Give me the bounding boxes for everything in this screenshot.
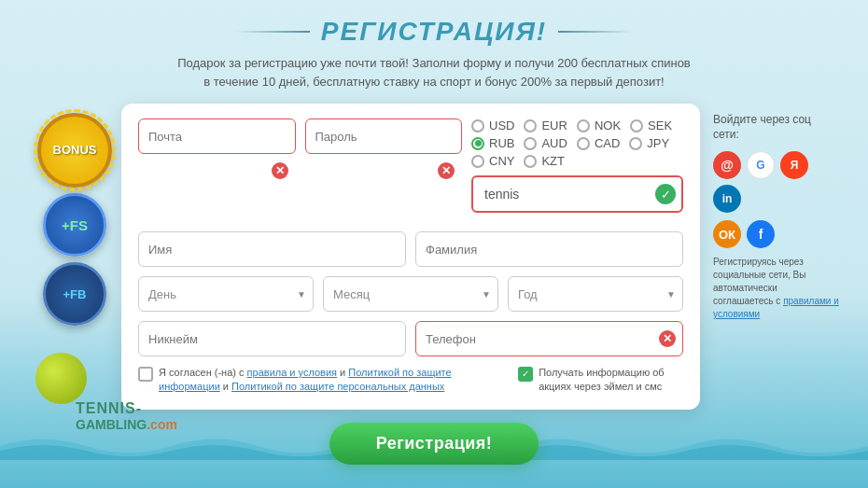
currency-kzt[interactable]: KZT: [524, 154, 565, 168]
firstname-input[interactable]: [138, 231, 406, 267]
register-btn-wrap: Регистрация!: [329, 423, 539, 483]
social-ok-icon[interactable]: ОК: [713, 220, 741, 248]
currency-jpy[interactable]: JPY: [629, 136, 669, 150]
currency-rub[interactable]: RUB: [471, 136, 514, 150]
password-wrap: ✕: [305, 119, 463, 222]
social-icons-row: @ G Я in: [713, 151, 840, 213]
social-note: Регистрируясь через социальные сети, Вы …: [713, 256, 840, 321]
nickname-wrap: [138, 321, 406, 356]
phone-input[interactable]: [415, 321, 683, 356]
social-login-title: Войдите через соц сети:: [713, 113, 840, 142]
subtitle-text: Подарок за регистрацию уже почти твой! З…: [177, 54, 691, 91]
month-wrap: Месяц ▼: [323, 276, 498, 312]
right-sidebar: Войдите через соц сети: @ G Я in ОК f Ре…: [700, 104, 840, 410]
year-select[interactable]: Год: [508, 276, 683, 312]
currency-eur[interactable]: EUR: [524, 119, 567, 132]
radio-usd: [471, 119, 484, 132]
currency-section: USD EUR NOK SEK: [471, 119, 683, 222]
checkboxes-row: Я согласен (-на) с правила и условия и П…: [138, 366, 683, 395]
row-email-password: ✕ ✕ USD EUR: [138, 119, 683, 222]
radio-eur: [524, 119, 537, 132]
month-select[interactable]: Месяц: [323, 276, 498, 312]
radio-kzt: [524, 155, 537, 168]
radio-cad: [577, 137, 590, 150]
social-yandex-icon[interactable]: Я: [780, 151, 808, 179]
info-checkbox[interactable]: ✓: [518, 367, 533, 382]
logo-line2: GAMBLING.com: [76, 417, 177, 432]
title-divider-left: [235, 31, 310, 33]
bonus-label: BONUS: [53, 144, 97, 157]
phone-error-icon: ✕: [659, 330, 676, 347]
nickname-input[interactable]: [138, 321, 406, 356]
bonus-badge: BONUS: [37, 113, 112, 188]
social-linkedin-icon[interactable]: in: [713, 185, 741, 213]
currency-nok[interactable]: NOK: [577, 119, 621, 132]
main-area: BONUS +FS +FB ✕ ✕: [0, 104, 868, 410]
agree-link-personal[interactable]: Политикой по защите персональных данных: [231, 381, 444, 392]
day-wrap: День ▼: [138, 276, 314, 312]
agree-checkbox[interactable]: [138, 367, 153, 382]
email-wrap: ✕: [138, 119, 296, 222]
register-button[interactable]: Регистрация!: [329, 423, 539, 465]
promo-input[interactable]: [471, 175, 683, 213]
radio-jpy: [629, 137, 642, 150]
password-input[interactable]: [305, 119, 463, 154]
radio-cny: [471, 155, 484, 168]
row-nickname-phone: ✕: [138, 321, 683, 356]
row-birthday: День ▼ Месяц ▼ Год ▼: [138, 276, 683, 312]
logo-area: TENNIS- GAMBLING.com: [19, 390, 177, 441]
email-error-icon: ✕: [272, 162, 288, 179]
currency-usd[interactable]: USD: [471, 119, 514, 132]
currency-cny[interactable]: CNY: [471, 154, 514, 168]
year-wrap: Год ▼: [508, 276, 683, 312]
page-title: РЕГИСТРАЦИЯ!: [321, 17, 547, 47]
fb-badge: +FB: [43, 262, 106, 326]
radio-aud: [524, 137, 537, 150]
password-error-icon: ✕: [438, 162, 455, 179]
promo-check-icon: ✓: [655, 184, 676, 204]
fs-label: +FS: [62, 217, 88, 233]
radio-rub: [471, 137, 484, 150]
promo-wrap: ✓: [471, 175, 683, 213]
agree-text: Я согласен (-на) с правила и условия и П…: [159, 366, 503, 395]
email-input[interactable]: [138, 119, 296, 154]
registration-form: ✕ ✕ USD EUR: [121, 104, 700, 410]
social-mail-icon[interactable]: @: [713, 151, 741, 179]
info-checkbox-item: ✓ Получать информацию об акциях через эй…: [518, 366, 683, 395]
row-name: [138, 231, 683, 267]
agree-link-terms[interactable]: правила и условия: [247, 367, 337, 378]
social-facebook-icon[interactable]: f: [747, 220, 775, 248]
day-select[interactable]: День: [138, 276, 314, 312]
social-icons-row-2: ОК f: [713, 220, 840, 248]
tennis-ball-decoration: [35, 353, 87, 404]
radio-sek: [630, 119, 643, 132]
logo-line1: TENNIS-: [76, 400, 177, 417]
firstname-wrap: [138, 231, 406, 267]
fs-badge: +FS: [43, 193, 106, 257]
radio-nok: [577, 119, 590, 132]
currency-aud[interactable]: AUD: [524, 136, 567, 150]
logo-text: TENNIS- GAMBLING.com: [76, 400, 177, 432]
currency-sek[interactable]: SEK: [630, 119, 672, 132]
title-section: РЕГИСТРАЦИЯ!: [235, 17, 633, 47]
lastname-wrap: [415, 231, 683, 267]
phone-wrap: ✕: [415, 321, 683, 356]
fb-label: +FB: [63, 287, 87, 301]
agree-checkbox-item: Я согласен (-на) с правила и условия и П…: [138, 366, 503, 395]
info-text: Получать информацию об акциях через эйме…: [539, 366, 683, 395]
lastname-input[interactable]: [415, 231, 683, 267]
currency-cad[interactable]: CAD: [577, 136, 620, 150]
social-google-icon[interactable]: G: [747, 151, 775, 179]
title-divider-right: [558, 31, 633, 33]
